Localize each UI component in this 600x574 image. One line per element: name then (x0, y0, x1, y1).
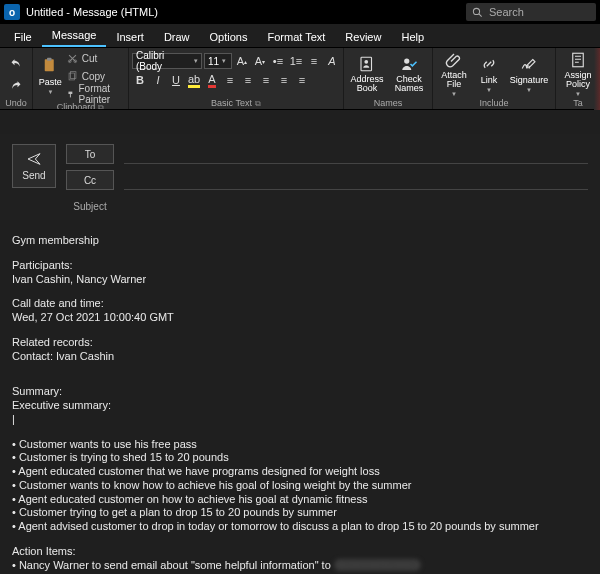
cut-icon (67, 53, 78, 64)
action-items-label: Action Items: (12, 545, 588, 559)
menu-insert[interactable]: Insert (106, 27, 154, 47)
summary-bullet: • Customer is trying to shed 15 to 20 po… (12, 451, 588, 465)
to-field[interactable] (124, 144, 588, 164)
underline-button[interactable]: U (168, 72, 184, 88)
format-painter-icon (67, 89, 75, 100)
highlight-button[interactable]: ab (186, 72, 202, 88)
cut-button[interactable]: Cut (67, 50, 125, 66)
ribbon: Undo Paste ▼ Cut Copy Format Painter Cli… (0, 48, 600, 110)
redo-button[interactable] (7, 76, 25, 94)
align-center-button[interactable]: ≡ (240, 72, 256, 88)
check-names-button[interactable]: Check Names (389, 50, 429, 98)
participants-value: Ivan Cashin, Nancy Warner (12, 273, 588, 287)
font-color-button[interactable]: A (204, 72, 220, 88)
menu-file[interactable]: File (4, 27, 42, 47)
svg-rect-10 (361, 57, 372, 71)
assign-policy-button[interactable]: Assign Policy ▼ (559, 50, 597, 98)
related-label: Related records: (12, 336, 588, 350)
search-icon (472, 7, 483, 18)
chevron-down-icon: ▼ (47, 89, 53, 95)
mail-body[interactable]: Gym membership Participants: Ivan Cashin… (0, 220, 600, 574)
menu-message[interactable]: Message (42, 25, 107, 47)
menu-format-text[interactable]: Format Text (257, 27, 335, 47)
numbering-button[interactable]: 1≡ (288, 53, 304, 69)
bold-button[interactable]: B (132, 72, 148, 88)
shrink-font-button[interactable]: A▾ (252, 53, 268, 69)
link-button[interactable]: Link ▼ (474, 50, 504, 98)
search-placeholder: Search (489, 6, 524, 18)
paste-button[interactable]: Paste ▼ (36, 52, 65, 100)
subject-field[interactable] (124, 196, 588, 216)
copy-button[interactable]: Copy (67, 68, 125, 84)
cc-field[interactable] (124, 170, 588, 190)
align-right-button[interactable]: ≡ (258, 72, 274, 88)
ribbon-group-basic-text-label: Basic Text (211, 98, 252, 109)
clear-format-button[interactable]: A (324, 53, 340, 69)
menu-help[interactable]: Help (391, 27, 434, 47)
undo-button[interactable] (7, 54, 25, 72)
summary-label: Summary: (12, 385, 588, 399)
participants-label: Participants: (12, 259, 588, 273)
copy-icon (67, 71, 78, 82)
action-item-1: • Nancy Warner to send email about "some… (12, 559, 588, 573)
ribbon-group-tags-label: Ta (559, 98, 597, 109)
signature-button[interactable]: Signature ▼ (506, 50, 552, 98)
svg-rect-8 (68, 91, 72, 93)
justify-button[interactable]: ≡ (294, 72, 310, 88)
send-button[interactable]: Send (12, 144, 56, 188)
policy-icon (569, 51, 587, 69)
ribbon-group-names-label: Names (347, 98, 429, 109)
ribbon-group-include: Attach File ▼ Link ▼ Signature ▼ Include (433, 48, 556, 109)
svg-rect-13 (573, 53, 584, 67)
font-size-combo[interactable]: 11▾ (204, 53, 232, 69)
send-icon (26, 151, 42, 167)
menu-review[interactable]: Review (335, 27, 391, 47)
redacted-phone: +353892678274. (334, 559, 421, 571)
svg-line-1 (479, 13, 482, 16)
ribbon-group-undo: Undo (0, 48, 33, 109)
attach-file-button[interactable]: Attach File ▼ (436, 50, 472, 98)
grow-font-button[interactable]: A▴ (234, 53, 250, 69)
link-icon (480, 55, 498, 73)
ribbon-group-undo-label: Undo (3, 98, 29, 109)
paste-icon (41, 57, 59, 75)
basic-text-launcher[interactable]: ⧉ (255, 98, 261, 109)
check-names-icon (400, 55, 418, 73)
address-book-button[interactable]: Address Book (347, 50, 387, 98)
search-box[interactable]: Search (466, 3, 596, 21)
svg-rect-2 (45, 59, 54, 71)
svg-point-11 (364, 60, 368, 64)
ribbon-group-clipboard: Paste ▼ Cut Copy Format Painter Clipboar… (33, 48, 129, 109)
summary-bullet: • Agent advised customer to drop in toda… (12, 520, 588, 534)
summary-bullet: • Agent educated customer that we have p… (12, 465, 588, 479)
ribbon-overflow-indicator (594, 48, 600, 110)
menu-bar: File Message Insert Draw Options Format … (0, 24, 600, 48)
outdent-button[interactable]: ≡ (306, 53, 322, 69)
clipboard-launcher[interactable]: ⧉ (98, 102, 104, 110)
to-button[interactable]: To (66, 144, 114, 164)
svg-point-12 (404, 58, 409, 63)
cc-button[interactable]: Cc (66, 170, 114, 190)
outlook-icon: o (4, 4, 20, 20)
font-name-combo[interactable]: Calibri (Body▾ (132, 53, 202, 69)
menu-draw[interactable]: Draw (154, 27, 200, 47)
summary-bullet: • Customer wants to know how to achieve … (12, 479, 588, 493)
datetime-label: Call date and time: (12, 297, 588, 311)
summary-bullet: • Customer wants to use his free pass (12, 438, 588, 452)
exec-summary-label: Executive summary: (12, 399, 588, 413)
align-left-button[interactable]: ≡ (222, 72, 238, 88)
indent-button[interactable]: ≡ (276, 72, 292, 88)
ribbon-group-include-label: Include (436, 98, 552, 109)
format-painter-button[interactable]: Format Painter (67, 86, 125, 102)
address-book-icon (358, 55, 376, 73)
ribbon-group-basic-text: Calibri (Body▾ 11▾ A▴ A▾ •≡ 1≡ ≡ A B I U… (129, 48, 344, 109)
bullets-button[interactable]: •≡ (270, 53, 286, 69)
summary-bullet: • Customer trying to get a plan to drop … (12, 506, 588, 520)
datetime-value: Wed, 27 Oct 2021 10:00:40 GMT (12, 311, 588, 325)
summary-bullets: • Customer wants to use his free pass• C… (12, 438, 588, 534)
body-subject: Gym membership (12, 234, 588, 248)
ribbon-group-clipboard-label: Clipboard (57, 102, 96, 110)
menu-options[interactable]: Options (200, 27, 258, 47)
signature-icon (520, 55, 538, 73)
italic-button[interactable]: I (150, 72, 166, 88)
